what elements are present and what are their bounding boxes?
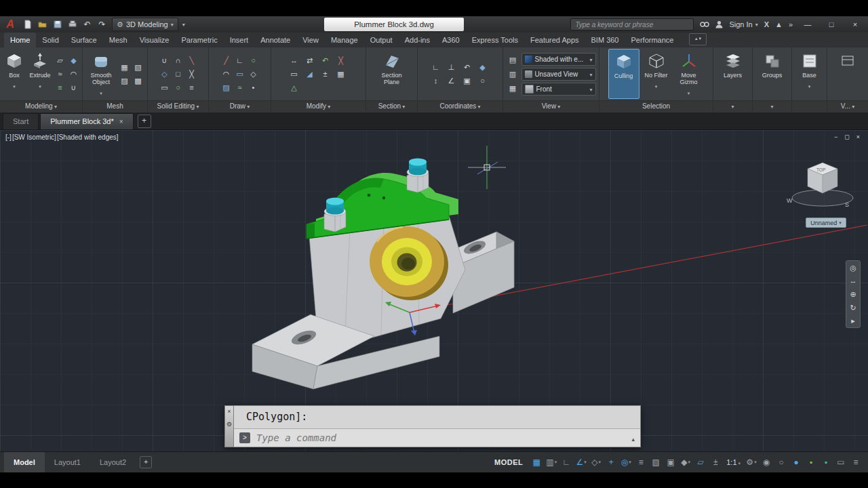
polar-tracking-icon[interactable]: ∠ bbox=[574, 455, 588, 469]
spline-icon[interactable]: ≈ bbox=[233, 81, 246, 94]
panel-label-layers[interactable] bbox=[713, 100, 752, 113]
layers-button[interactable]: Layers bbox=[717, 49, 749, 99]
snap-mode-icon[interactable]: ▥ bbox=[545, 455, 558, 469]
view-manager-icon[interactable]: ▤ bbox=[507, 54, 519, 66]
command-line-window[interactable]: × ⚙ CPolygon]: > bbox=[224, 405, 641, 447]
viewcube-south-label[interactable]: S bbox=[845, 201, 849, 208]
culling-button[interactable]: Culling bbox=[608, 49, 639, 99]
polysolid-icon[interactable]: ▱ bbox=[54, 54, 66, 67]
visual-style-select[interactable]: Shaded with e... bbox=[521, 53, 596, 66]
solid-shell-icon[interactable]: ▭ bbox=[158, 81, 171, 94]
viewport-config-icon[interactable]: ▥ bbox=[507, 68, 519, 81]
solid-union-icon[interactable]: ∪ bbox=[158, 54, 171, 67]
redo-icon[interactable]: ↷ bbox=[96, 19, 108, 30]
exchange-apps-icon[interactable]: X bbox=[764, 20, 769, 28]
command-recent-tray-icon[interactable] bbox=[631, 432, 635, 444]
add-crease-icon[interactable]: ▩ bbox=[132, 75, 144, 87]
visual-style-menu[interactable]: [Shaded with edges] bbox=[57, 134, 119, 141]
polyline-icon[interactable]: ∟ bbox=[233, 54, 246, 67]
viewport-minimize-icon[interactable]: − bbox=[834, 134, 837, 140]
refine-mesh-icon[interactable]: ▨ bbox=[118, 75, 131, 87]
ribbon-tab-annotate[interactable]: Annotate bbox=[254, 33, 296, 47]
annotation-scale-button[interactable]: 1:1 bbox=[724, 458, 743, 466]
point-icon[interactable]: • bbox=[247, 81, 260, 94]
panel-label-draw[interactable]: Draw bbox=[209, 100, 271, 113]
solid-fillet-edge-icon[interactable]: ◇ bbox=[158, 68, 171, 81]
panel-label-coordinates[interactable]: Coordinates bbox=[418, 100, 502, 113]
model-tab[interactable]: Model bbox=[4, 452, 45, 472]
sweep-icon[interactable]: ≈ bbox=[54, 68, 66, 81]
panel-label-partial[interactable]: V... bbox=[827, 100, 868, 113]
viewport-controls-menu[interactable]: [-] bbox=[5, 134, 12, 141]
undo-icon[interactable]: ↶ bbox=[81, 19, 93, 30]
sign-in-button[interactable]: Sign In▾ bbox=[729, 20, 757, 28]
panel-label-selection[interactable]: Selection bbox=[599, 100, 713, 113]
object-snap-icon[interactable]: ◎ bbox=[619, 455, 633, 469]
smooth-object-button[interactable]: Smooth Object bbox=[85, 49, 117, 99]
viewport-close-icon[interactable]: × bbox=[856, 134, 860, 140]
drawing-area[interactable]: [-] [SW Isometric] [Shaded with edges] −… bbox=[0, 130, 868, 451]
section-plane-button[interactable]: Section Plane bbox=[376, 49, 408, 99]
showmotion-icon[interactable]: ▸ bbox=[851, 317, 855, 325]
command-window-grip[interactable]: × ⚙ bbox=[224, 405, 234, 447]
grid-display-icon[interactable]: ▦ bbox=[530, 455, 543, 469]
panel-label-section[interactable]: Section bbox=[366, 100, 417, 113]
command-close-icon[interactable]: × bbox=[227, 409, 231, 415]
ribbon-tab-visualize[interactable]: Visualize bbox=[134, 33, 176, 47]
ucs-icon[interactable]: ⊥ bbox=[445, 61, 458, 74]
offset-icon[interactable]: ± bbox=[319, 68, 332, 81]
ribbon-tab-surface[interactable]: Surface bbox=[65, 33, 103, 47]
panel-label-view[interactable]: View bbox=[503, 100, 599, 113]
navigation-wheel-icon[interactable]: ◎ bbox=[850, 264, 856, 272]
arc-icon[interactable]: ◠ bbox=[220, 68, 233, 81]
trim-icon[interactable]: ╳ bbox=[334, 54, 347, 67]
minimize-button[interactable]: — bbox=[799, 20, 816, 28]
annotation-monitor-icon[interactable]: ◉ bbox=[760, 455, 773, 469]
object-snap-tracking-icon[interactable]: + bbox=[604, 455, 618, 469]
layout1-tab[interactable]: Layout1 bbox=[45, 452, 90, 472]
no-filter-button[interactable]: No Filter bbox=[641, 49, 672, 99]
isometric-drafting-icon[interactable]: ◇ bbox=[589, 455, 603, 469]
dynamic-ucs-icon[interactable]: ▱ bbox=[694, 455, 707, 469]
pan-icon[interactable]: ↔ bbox=[850, 277, 857, 285]
ribbon-tab-add-ins[interactable]: Add-ins bbox=[399, 33, 436, 47]
toolbar-overflow-icon[interactable]: » bbox=[789, 20, 793, 28]
line-icon[interactable]: ╱ bbox=[220, 54, 233, 67]
move-gizmo-button[interactable]: Move Gizmo bbox=[673, 49, 705, 99]
ribbon-tab-output[interactable]: Output bbox=[364, 33, 399, 47]
close-button[interactable]: × bbox=[846, 20, 864, 28]
solid-separate-icon[interactable]: ○ bbox=[172, 81, 184, 94]
ribbon-display-toggle-icon[interactable] bbox=[689, 33, 707, 45]
rotate-icon[interactable]: ↶ bbox=[319, 54, 332, 67]
ucs-object-icon[interactable]: ○ bbox=[476, 75, 489, 87]
revolve-icon[interactable]: ◠ bbox=[67, 68, 80, 81]
panel-label-modeling[interactable]: Modeling bbox=[0, 100, 82, 113]
ribbon-tab-manage[interactable]: Manage bbox=[325, 33, 364, 47]
solid-taper-face-icon[interactable]: □ bbox=[172, 68, 184, 81]
partial-panel-button[interactable] bbox=[832, 49, 863, 99]
new-drawing-tab-button[interactable] bbox=[138, 115, 151, 128]
panel-label-solid-editing[interactable]: Solid Editing bbox=[148, 100, 208, 113]
tab-close-icon[interactable]: × bbox=[119, 114, 123, 129]
panel-label-base[interactable] bbox=[792, 100, 827, 113]
loft-icon[interactable]: ≡ bbox=[54, 81, 66, 94]
panel-label-modify[interactable]: Modify bbox=[271, 100, 366, 113]
workspace-switcher[interactable]: ⚙ 3D Modeling ▾ bbox=[112, 18, 178, 31]
lineweight-icon[interactable]: ≡ bbox=[634, 455, 648, 469]
save-icon[interactable] bbox=[52, 19, 63, 30]
world-ucs-icon[interactable]: ∟ bbox=[429, 61, 442, 74]
app-tray-teal-icon[interactable]: ▪ bbox=[819, 455, 833, 469]
ucs-3point-icon[interactable]: ∠ bbox=[445, 75, 458, 87]
box-button[interactable]: Box bbox=[2, 49, 26, 99]
ellipse-icon[interactable]: ◇ bbox=[247, 68, 260, 81]
viewcube-top-label[interactable]: TOP bbox=[816, 167, 825, 172]
ribbon-tab-view[interactable]: View bbox=[296, 33, 325, 47]
ribbon-tab-performance[interactable]: Performance bbox=[625, 33, 679, 47]
object-snap-3d-icon[interactable]: ◆ bbox=[679, 455, 692, 469]
ribbon-tab-insert[interactable]: Insert bbox=[224, 33, 255, 47]
mirror-icon[interactable]: ◢ bbox=[303, 68, 316, 81]
ucs-origin-icon[interactable]: ◆ bbox=[476, 61, 489, 74]
ucs-z-axis-icon[interactable]: ↕ bbox=[429, 75, 442, 87]
ribbon-tab-featured-apps[interactable]: Featured Apps bbox=[524, 33, 585, 47]
named-views-icon[interactable]: ▦ bbox=[507, 82, 519, 95]
